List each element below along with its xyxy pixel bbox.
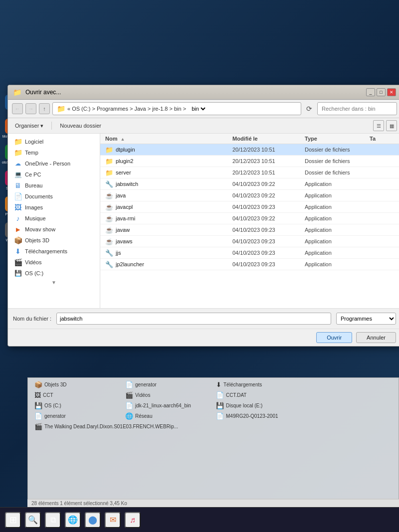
bg-fm-item[interactable]: 📄CCT.DAT bbox=[214, 390, 304, 400]
file-row[interactable]: ☕ javaw 04/10/2023 09:23 Application bbox=[100, 224, 399, 236]
file-row[interactable]: ☕ java-rmi 04/10/2023 09:22 Application bbox=[100, 213, 399, 224]
view-list-button[interactable]: ☰ bbox=[373, 120, 384, 131]
sidebar-item-onedrive[interactable]: ☁ OneDrive - Person bbox=[8, 158, 100, 169]
bg-fm-item[interactable]: 📄M49RG20-Q0123-2001 bbox=[214, 411, 304, 421]
bg-fm-item[interactable]: 📄jdk-21_linux-aarch64_bin bbox=[123, 401, 213, 410]
filename-bar: Nom du fichier : Programmes bbox=[8, 308, 399, 329]
file-type-icon: ☕ bbox=[105, 214, 113, 222]
file-row[interactable]: 📁 plugin2 20/12/2023 10:51 Dossier de fi… bbox=[100, 156, 399, 167]
filetype-select[interactable]: Programmes bbox=[336, 313, 396, 325]
sidebar-item-temp[interactable]: 📁 Temp bbox=[8, 147, 100, 158]
bg-fm-item[interactable]: 📄generator bbox=[123, 380, 213, 389]
app-icon: ▶ bbox=[14, 225, 22, 233]
file-type: Application bbox=[302, 227, 367, 233]
col-header-type[interactable]: Type bbox=[302, 136, 367, 142]
col-header-name[interactable]: Nom ▲ bbox=[100, 136, 230, 142]
breadcrumb-bar[interactable]: 📁 « OS (C:) > Programmes > Java > jre-1.… bbox=[52, 102, 301, 115]
search-taskbar-button[interactable]: 🔍 bbox=[25, 512, 41, 528]
organize-button[interactable]: Organiser ▾ bbox=[12, 121, 46, 131]
music-button[interactable]: ♬ bbox=[125, 512, 141, 528]
sidebar-item-images[interactable]: 🖼 Images bbox=[8, 202, 100, 213]
taskview-button[interactable]: ⧉ bbox=[45, 512, 61, 528]
search-input[interactable] bbox=[317, 102, 397, 115]
file-row[interactable]: 🔧 jp2launcher 04/10/2023 09:23 Applicati… bbox=[100, 259, 399, 270]
folder-icon: 📦 bbox=[14, 236, 22, 244]
forward-button[interactable]: → bbox=[25, 103, 36, 114]
file-date: 04/10/2023 09:23 bbox=[230, 250, 302, 256]
file-date: 20/12/2023 10:51 bbox=[230, 158, 302, 164]
cloud-icon: ☁ bbox=[14, 160, 22, 168]
file-row[interactable]: ☕ javaws 04/10/2023 09:23 Application bbox=[100, 236, 399, 247]
bg-item-icon: 📄 bbox=[216, 391, 224, 399]
bg-item-icon: 📄 bbox=[216, 412, 224, 420]
file-date: 20/12/2023 10:51 bbox=[230, 147, 302, 153]
file-name: jp2launcher bbox=[116, 261, 144, 267]
bg-fm-item[interactable]: 🎬Vidéos bbox=[123, 390, 213, 400]
bg-item-label: CCT.DAT bbox=[226, 392, 246, 398]
refresh-button[interactable]: ⟳ bbox=[304, 103, 315, 114]
bg-item-icon: 📦 bbox=[34, 381, 42, 388]
sidebar-item-movavi[interactable]: ▶ Movav show bbox=[8, 224, 100, 235]
file-type-icon: 📁 bbox=[105, 157, 113, 165]
file-type: Application bbox=[302, 192, 367, 198]
col-header-size[interactable]: Ta bbox=[367, 136, 397, 142]
file-row[interactable]: 📁 dtplugin 20/12/2023 10:51 Dossier de f… bbox=[100, 144, 399, 156]
bg-fm-overlay: 📦Objets 3D📄generator⬇Téléchargements🖼CCT… bbox=[27, 377, 399, 507]
file-name: java bbox=[116, 192, 126, 198]
file-row[interactable]: 🔧 jabswitch 04/10/2023 09:22 Application bbox=[100, 178, 399, 190]
title-bar-left: 📁 Ouvrir avec... bbox=[13, 88, 61, 96]
bg-fm-item[interactable]: 📄generator bbox=[32, 411, 122, 421]
file-type: Application bbox=[302, 215, 367, 221]
sidebar-item-cepc[interactable]: 💻 Ce PC bbox=[8, 169, 100, 180]
bg-fm-item[interactable]: 🖼CCT bbox=[32, 390, 122, 400]
maximize-button[interactable]: □ bbox=[377, 88, 386, 96]
up-button[interactable]: ↑ bbox=[39, 103, 50, 114]
start-button[interactable]: ⊞ bbox=[5, 512, 21, 528]
file-type-icon: 📁 bbox=[105, 146, 113, 154]
filename-input[interactable] bbox=[56, 313, 331, 325]
bg-fm-item[interactable]: 💾Disque local (E:) bbox=[214, 401, 304, 410]
back-button[interactable]: ← bbox=[12, 103, 23, 114]
file-type-icon: ☕ bbox=[105, 237, 113, 245]
sidebar-item-musique[interactable]: ♪ Musique bbox=[8, 213, 100, 224]
open-button[interactable]: Ouvrir bbox=[316, 332, 352, 343]
sidebar-item-logiciel[interactable]: 📁 Logiciel bbox=[8, 136, 100, 147]
chrome-button[interactable]: ⬤ bbox=[85, 512, 101, 528]
sidebar-item-telechargements[interactable]: ⬇ Téléchargements bbox=[8, 246, 100, 257]
sidebar-item-documents[interactable]: 📄 Documents bbox=[8, 191, 100, 202]
file-row[interactable]: 🔧 jjs 04/10/2023 09:23 Application bbox=[100, 247, 399, 259]
col-header-modified[interactable]: Modifié le bbox=[230, 136, 302, 142]
file-type: Application bbox=[302, 238, 367, 244]
breadcrumb-dropdown[interactable]: bin bbox=[190, 105, 207, 112]
edge-button[interactable]: 🌐 bbox=[65, 512, 81, 528]
bg-item-icon: 📄 bbox=[125, 381, 133, 388]
bg-item-label: M49RG20-Q0123-2001 bbox=[226, 413, 278, 419]
file-row[interactable]: 📁 server 20/12/2023 10:51 Dossier de fic… bbox=[100, 167, 399, 178]
bg-item-label: Disque local (E:) bbox=[226, 403, 262, 408]
pc-icon: 💻 bbox=[14, 171, 22, 178]
bg-fm-item[interactable]: 📦Objets 3D bbox=[32, 380, 122, 389]
bg-item-icon: 💾 bbox=[34, 402, 42, 409]
new-folder-button[interactable]: Nouveau dossier bbox=[57, 121, 104, 130]
open-with-dialog: 📁 Ouvrir avec... _ □ ✕ ← → ↑ 📁 « OS (C:)… bbox=[7, 85, 399, 347]
cancel-button[interactable]: Annuler bbox=[356, 332, 396, 343]
bg-fm-item[interactable]: 💾OS (C:) bbox=[32, 401, 122, 410]
sidebar-item-objets3d[interactable]: 📦 Objets 3D bbox=[8, 235, 100, 246]
bg-item-label: CCT bbox=[43, 392, 53, 398]
mail-button[interactable]: ✉ bbox=[105, 512, 121, 528]
view-details-button[interactable]: ▦ bbox=[386, 120, 397, 131]
minimize-button[interactable]: _ bbox=[366, 88, 375, 96]
sidebar-item-videos[interactable]: 🎬 Vidéos bbox=[8, 257, 100, 268]
folder-icon-nav: 📁 bbox=[57, 105, 65, 113]
sidebar-item-bureau[interactable]: 🖥 Bureau bbox=[8, 180, 100, 191]
bg-fm-item[interactable]: 🎬The Walking Dead.Daryl.Dixon.S01E03.FRE… bbox=[32, 422, 180, 431]
desktop: hotio ▶ Movavi show 📷 otoSta éateur S Su… bbox=[0, 0, 399, 532]
bg-fm-item[interactable]: 🌐Réseau bbox=[123, 411, 213, 421]
close-button[interactable]: ✕ bbox=[387, 88, 396, 96]
file-row[interactable]: ☕ javacpl 04/10/2023 09:23 Application bbox=[100, 201, 399, 213]
toolbar-separator bbox=[51, 122, 52, 130]
file-row[interactable]: ☕ java 04/10/2023 09:22 Application bbox=[100, 190, 399, 201]
file-list[interactable]: Nom ▲ Modifié le Type Ta 📁 dt bbox=[100, 134, 399, 308]
bg-fm-item[interactable]: ⬇Téléchargements bbox=[214, 380, 304, 389]
sidebar-item-osc[interactable]: 💾 OS (C:) bbox=[8, 268, 100, 279]
